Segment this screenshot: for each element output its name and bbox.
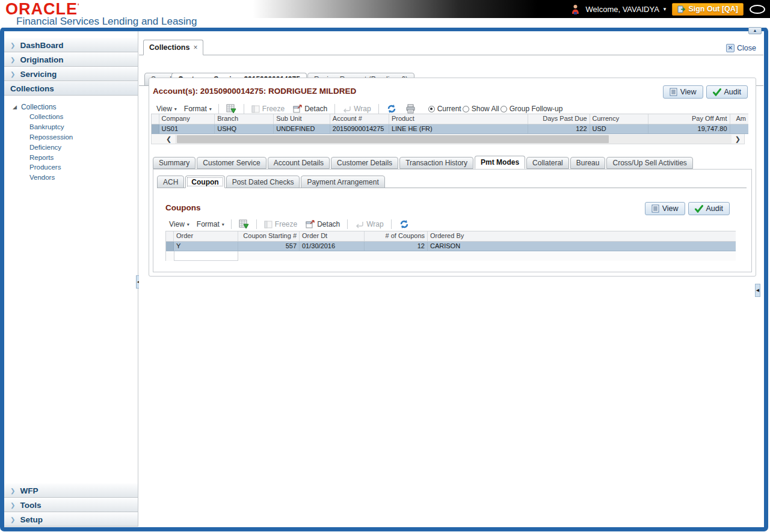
connection-indicator-icon[interactable] [750, 5, 765, 14]
tab-cross-up-sell-activities[interactable]: Cross/Up Sell Activities [606, 157, 692, 169]
tab-close-icon[interactable]: × [193, 43, 197, 52]
empty-cell [174, 251, 238, 261]
scroll-left-icon[interactable]: ❮ [162, 135, 175, 143]
view-doc-icon [670, 88, 677, 96]
coupons-actions: View Audit [645, 202, 730, 215]
coupons-format-menu[interactable]: Format▾ [193, 220, 228, 228]
sidebar: ❯ DashBoard ❯ Origination ❯ Servicing Co… [4, 31, 138, 527]
view-doc-icon [651, 204, 659, 213]
document-tab-bar: Collections × [139, 39, 763, 55]
sidebar-item-wfp[interactable]: ❯ WFP [4, 483, 138, 498]
tab-payment-arrangement[interactable]: Payment Arrangement [301, 176, 384, 188]
coupons-view-menu[interactable]: View▾ [165, 220, 193, 228]
pmt-modes-panel: ACH Coupon Post Dated Checks Payment Arr… [153, 169, 752, 272]
tree-item-repossession[interactable]: Repossession [13, 132, 138, 142]
tab-collateral[interactable]: Collateral [526, 157, 569, 169]
refresh-icon[interactable] [395, 219, 414, 229]
tab-coupon[interactable]: Coupon [185, 176, 224, 188]
scroll-right-icon[interactable]: ❯ [732, 135, 744, 143]
sidebar-item-tools[interactable]: ❯ Tools [4, 498, 138, 512]
tab-summary[interactable]: Summary [153, 157, 196, 169]
coupons-detach-button[interactable]: Detach [301, 220, 344, 228]
account-view-button[interactable]: View [663, 85, 703, 99]
export-to-excel-icon[interactable] [235, 219, 253, 229]
close-link[interactable]: ✕ Close [726, 44, 756, 52]
freeze-icon [264, 221, 273, 228]
chevron-down-icon: ▾ [209, 106, 212, 112]
coupons-empty-row [166, 251, 736, 261]
radio-unselected-icon [463, 106, 469, 112]
audit-check-icon [713, 88, 721, 96]
tree-item-bankruptcy[interactable]: Bankruptcy [13, 122, 138, 132]
account-row-selected[interactable]: US01 USHQ UNDEFINED 20150900014275 LINE … [152, 124, 748, 134]
sidebar-item-origination[interactable]: ❯ Origination [4, 52, 138, 67]
tree-item-vendors[interactable]: Vendors [13, 173, 138, 183]
account-audit-button[interactable]: Audit [706, 85, 748, 99]
export-to-excel-icon[interactable] [222, 104, 241, 114]
tab-account-details[interactable]: Account Details [268, 157, 330, 169]
arrow-up-icon: ▲ [753, 28, 757, 32]
account-grid-hscrollbar[interactable]: ❮ ❯ [151, 134, 745, 144]
account-view-menu[interactable]: View▾ [153, 105, 180, 113]
radio-unselected-icon [500, 106, 507, 112]
radio-show-all[interactable]: Show All [463, 105, 499, 113]
tab-pmt-modes[interactable]: Pmt Modes [475, 156, 525, 169]
tree-item-reports[interactable]: Reports [13, 152, 138, 162]
tree-collapse-icon[interactable]: ◢ [13, 104, 17, 110]
wrap-icon [342, 105, 351, 113]
sign-out-icon [677, 5, 685, 13]
account-filter-radios: Current Show All Group Follow-up [428, 105, 564, 113]
tab-transaction-history[interactable]: Transaction History [399, 157, 473, 169]
app-header: ORACLE' Financial Services Lending and L… [0, 0, 770, 28]
chevron-right-icon: ❯ [10, 488, 15, 494]
account-wrap-button[interactable]: Wrap [338, 105, 375, 113]
account-format-menu[interactable]: Format▾ [180, 105, 215, 113]
chevron-down-icon: ▾ [222, 222, 224, 227]
tree-item-producers[interactable]: Producers [13, 162, 138, 173]
account-freeze-button[interactable]: Freeze [247, 105, 289, 113]
sidebar-item-dashboard[interactable]: ❯ DashBoard [4, 38, 138, 52]
top-user-bar: Welcome, VAVAIDYA ▾ Sign Out [QA] [253, 0, 770, 18]
tree-node-collections[interactable]: ◢ Collections [13, 102, 138, 112]
tab-collections[interactable]: Collections × [143, 40, 203, 55]
customer-service-panel: Account(s): 20150900014275: RODRIGUEZ MI… [149, 78, 756, 277]
user-avatar-icon [571, 4, 580, 14]
close-icon: ✕ [726, 44, 735, 52]
tree-item-deficiency[interactable]: Deficiency [13, 142, 138, 152]
audit-check-icon [695, 205, 703, 213]
print-icon[interactable] [401, 104, 420, 114]
sidebar-item-setup[interactable]: ❯ Setup [4, 512, 138, 527]
hscroll-track[interactable] [175, 135, 732, 144]
welcome-menu[interactable]: Welcome, VAVAIDYA ▾ [586, 5, 667, 14]
detail-tab-bar: Summary Customer Service Account Details… [153, 156, 752, 169]
sidebar-item-collections[interactable]: Collections [4, 81, 138, 96]
coupons-row-selected[interactable]: Y 557 01/30/2016 12 CARISON [166, 242, 736, 251]
tab-ach[interactable]: ACH [157, 176, 184, 188]
pmt-modes-tab-bar: ACH Coupon Post Dated Checks Payment Arr… [157, 175, 747, 188]
panel-collapse-handle[interactable]: ◀ [755, 284, 760, 297]
coupons-freeze-button[interactable]: Freeze [260, 220, 301, 228]
tree-item-collections[interactable]: Collections [13, 112, 138, 122]
coupons-wrap-button[interactable]: Wrap [351, 220, 387, 228]
tab-customer-service-detail[interactable]: Customer Service [197, 157, 266, 169]
account-grid-header: Company Branch Sub Unit Account # Produc… [152, 114, 748, 124]
sidebar-item-servicing[interactable]: ❯ Servicing [4, 67, 138, 81]
wrap-icon [355, 221, 364, 228]
radio-group-follow-up[interactable]: Group Follow-up [500, 105, 563, 113]
sign-out-button[interactable]: Sign Out [QA] [672, 3, 744, 16]
tab-bureau[interactable]: Bureau [570, 157, 606, 169]
coupons-view-button[interactable]: View [645, 202, 685, 215]
account-detach-button[interactable]: Detach [289, 105, 331, 113]
coupons-toolbar: View▾ Format▾ Freeze Detach [165, 218, 414, 231]
radio-selected-icon [428, 106, 435, 112]
hscroll-thumb[interactable] [177, 135, 609, 143]
tab-customer-details[interactable]: Customer Details [331, 157, 398, 169]
tab-post-dated-checks[interactable]: Post Dated Checks [226, 176, 300, 188]
coupons-audit-button[interactable]: Audit [688, 202, 730, 215]
account-actions: View Audit [663, 85, 748, 99]
scroll-up-button[interactable]: ▲ [748, 27, 762, 34]
welcome-label: Welcome, VAVAIDYA [586, 5, 659, 14]
chevron-right-icon: ❯ [10, 516, 15, 523]
radio-current[interactable]: Current [428, 105, 461, 113]
refresh-icon[interactable] [382, 104, 401, 114]
